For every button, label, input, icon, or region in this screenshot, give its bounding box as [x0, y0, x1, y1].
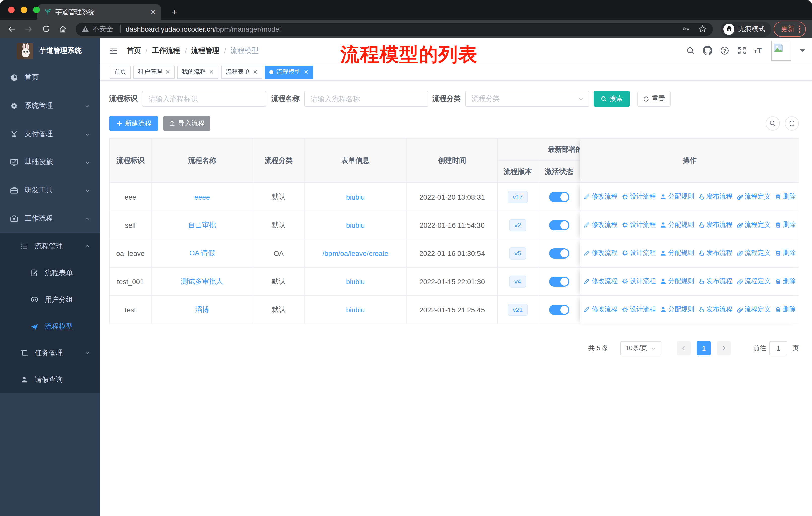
breadcrumb-home[interactable]: 首页	[127, 46, 141, 55]
github-icon[interactable]	[702, 46, 712, 55]
forward-button[interactable]	[23, 23, 35, 35]
minimize-window-button[interactable]	[21, 6, 27, 13]
cell-process-name-link[interactable]: eeee	[151, 183, 253, 211]
reset-button[interactable]: 重置	[637, 91, 671, 107]
toggle-search-button[interactable]	[766, 116, 780, 131]
action-definition[interactable]: 流程定义	[736, 249, 771, 258]
sidebar-item-payment[interactable]: 支付管理	[0, 120, 100, 148]
home-button[interactable]	[57, 23, 69, 35]
breadcrumb-workflow[interactable]: 工作流程	[152, 46, 180, 55]
zoom-window-button[interactable]	[33, 6, 40, 13]
version-badge[interactable]: v17	[508, 191, 528, 203]
prev-page-button[interactable]	[676, 341, 691, 355]
process-id-input[interactable]	[142, 91, 266, 107]
action-design[interactable]: 设计流程	[622, 249, 656, 258]
address-bar[interactable]: 不安全 dashboard.yudao.iocoder.cn/bpm/manag…	[76, 22, 713, 35]
status-toggle[interactable]	[549, 192, 569, 202]
action-definition[interactable]: 流程定义	[736, 220, 771, 229]
version-badge[interactable]: v4	[510, 275, 526, 288]
sidebar-item-process-management[interactable]: 流程管理	[0, 233, 100, 260]
cell-process-name-link[interactable]: OA 请假	[151, 239, 253, 268]
goto-page-input[interactable]	[769, 341, 787, 355]
search-icon[interactable]	[686, 46, 695, 55]
breadcrumb-process-management[interactable]: 流程管理	[191, 46, 220, 55]
sidebar-item-system[interactable]: 系统管理	[0, 92, 100, 120]
cell-form-link[interactable]: /bpm/oa/leave/create	[304, 239, 407, 268]
sidebar-item-workflow[interactable]: 工作流程	[0, 205, 100, 233]
sidebar-item-infrastructure[interactable]: 基础设施	[0, 148, 100, 176]
collapse-sidebar-icon[interactable]	[109, 46, 118, 55]
action-edit[interactable]: 修改流程	[583, 220, 618, 229]
sidebar-item-task-management[interactable]: 任务管理	[0, 340, 100, 366]
sidebar-item-process-form[interactable]: 流程表单	[0, 260, 100, 286]
action-design[interactable]: 设计流程	[622, 192, 656, 201]
cell-process-name-link[interactable]: 滔博	[151, 296, 253, 324]
sidebar-item-leave-query[interactable]: 请假查询	[0, 366, 100, 393]
search-button[interactable]: 搜索	[593, 91, 630, 107]
action-publish[interactable]: 发布流程	[698, 305, 732, 314]
version-badge[interactable]: v5	[510, 247, 526, 259]
page-size-select[interactable]: 10条/页	[620, 341, 662, 355]
action-edit[interactable]: 修改流程	[583, 305, 618, 314]
sidebar-item-user-group[interactable]: 用户分组	[0, 286, 100, 313]
status-toggle[interactable]	[549, 248, 569, 258]
import-process-button[interactable]: 导入流程	[163, 116, 210, 131]
action-publish[interactable]: 发布流程	[698, 249, 732, 258]
action-design[interactable]: 设计流程	[622, 220, 656, 229]
action-edit[interactable]: 修改流程	[583, 249, 618, 258]
current-page[interactable]: 1	[697, 341, 711, 355]
action-edit[interactable]: 修改流程	[583, 192, 618, 201]
sidebar-item-devtools[interactable]: 研发工具	[0, 176, 100, 205]
status-toggle[interactable]	[549, 220, 569, 230]
action-delete[interactable]: 删除	[775, 277, 796, 286]
close-icon[interactable]: ✕	[165, 69, 170, 75]
cell-form-link[interactable]: biubiu	[304, 183, 407, 211]
action-delete[interactable]: 删除	[775, 249, 796, 258]
action-assign[interactable]: 分配规则	[660, 277, 694, 286]
action-assign[interactable]: 分配规则	[660, 249, 694, 258]
bookmark-star-icon[interactable]	[698, 25, 707, 33]
action-delete[interactable]: 删除	[775, 305, 796, 314]
action-assign[interactable]: 分配规则	[660, 220, 694, 229]
action-definition[interactable]: 流程定义	[736, 305, 771, 314]
close-icon[interactable]: ✕	[253, 69, 258, 75]
status-toggle[interactable]	[549, 276, 569, 287]
avatar[interactable]	[771, 40, 791, 61]
cell-form-link[interactable]: biubiu	[304, 268, 407, 296]
next-page-button[interactable]	[717, 341, 731, 355]
action-delete[interactable]: 删除	[775, 192, 796, 201]
status-toggle[interactable]	[549, 305, 569, 315]
update-button[interactable]: 更新	[774, 21, 806, 36]
action-definition[interactable]: 流程定义	[736, 192, 771, 201]
chevron-down-icon[interactable]	[800, 49, 805, 52]
font-size-icon[interactable]: TT	[754, 47, 762, 54]
key-icon[interactable]	[682, 25, 690, 33]
new-tab-button[interactable]: ＋	[170, 4, 179, 20]
create-process-button[interactable]: 新建流程	[109, 116, 158, 131]
action-delete[interactable]: 删除	[775, 220, 796, 229]
cell-form-link[interactable]: biubiu	[304, 296, 407, 324]
close-window-button[interactable]	[8, 6, 14, 13]
process-name-input[interactable]	[304, 91, 428, 107]
close-icon[interactable]: ✕	[303, 69, 309, 75]
version-badge[interactable]: v21	[508, 304, 528, 316]
refresh-button[interactable]	[785, 116, 799, 131]
cell-process-name-link[interactable]: 自己审批	[151, 211, 253, 239]
cell-form-link[interactable]: biubiu	[304, 211, 407, 239]
action-publish[interactable]: 发布流程	[698, 277, 732, 286]
menu-kebab-icon[interactable]	[799, 25, 801, 32]
tag-my-process[interactable]: 我的流程✕	[177, 65, 219, 78]
warning-icon[interactable]	[82, 25, 89, 33]
action-assign[interactable]: 分配规则	[660, 305, 694, 314]
reload-button[interactable]	[40, 23, 52, 35]
action-edit[interactable]: 修改流程	[583, 277, 618, 286]
sidebar-item-home[interactable]: 首页	[0, 63, 100, 92]
action-design[interactable]: 设计流程	[622, 305, 656, 314]
sidebar-item-process-model[interactable]: 流程模型	[0, 313, 100, 340]
tag-process-model[interactable]: 流程模型✕	[265, 65, 313, 78]
tag-process-form[interactable]: 流程表单✕	[221, 65, 262, 78]
action-definition[interactable]: 流程定义	[736, 277, 771, 286]
action-assign[interactable]: 分配规则	[660, 192, 694, 201]
cell-process-name-link[interactable]: 测试多审批人	[151, 268, 253, 296]
tag-home[interactable]: 首页	[110, 65, 131, 78]
